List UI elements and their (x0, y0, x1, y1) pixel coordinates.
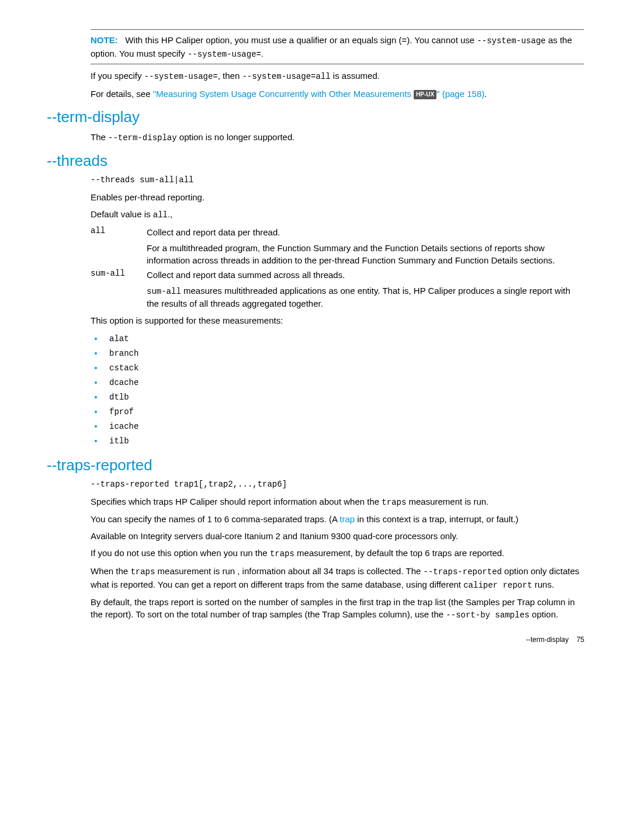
traps-p2: You can specify the names of 1 to 6 comm… (91, 513, 584, 525)
details-line: For details, see "Measuring System Usage… (91, 88, 584, 100)
term-display-text: The --term-display option is no longer s… (91, 131, 584, 144)
term-display-b: option is no longer supported. (177, 132, 295, 142)
note-block: NOTE: With this HP Caliper option, you m… (91, 34, 584, 60)
traps-p4-b: measurement, by default the top 6 traps … (294, 548, 504, 558)
traps-p2-b: in this context is a trap, interrupt, or… (355, 514, 518, 524)
traps-p5-code2: --traps-reported (424, 567, 502, 577)
traps-p5: When the traps measurement is run , info… (91, 565, 584, 591)
dd-all-1: Collect and report data per thread. (147, 226, 584, 238)
footer-page: 75 (577, 636, 584, 644)
spec-code1: --system-usage= (144, 72, 218, 81)
dd-all: Collect and report data per thread. For … (147, 226, 584, 266)
dd-sum-all-2-a: measures multithreaded applications as o… (147, 286, 570, 309)
note-text-c: . (261, 48, 264, 58)
divider-bottom (91, 64, 584, 65)
details-a: For details, see (91, 89, 153, 99)
list-item: dtlb (103, 390, 584, 404)
spec-line: If you specify --system-usage=, then --s… (91, 70, 584, 83)
details-c: . (484, 89, 487, 99)
list-item: icache (103, 419, 584, 433)
term-display-a: The (91, 132, 108, 142)
trap-link[interactable]: trap (339, 514, 355, 524)
list-item: cstack (103, 360, 584, 375)
traps-p1: Specifies which traps HP Caliper should … (91, 495, 584, 509)
threads-default-b: ., (168, 209, 172, 219)
traps-p5-b: measurement is run , information about a… (155, 566, 423, 576)
traps-p6-code: --sort-by samples (446, 610, 529, 620)
traps-p4: If you do not use this option when you r… (91, 547, 584, 560)
threads-supported-intro: This option is supported for these measu… (91, 314, 584, 327)
heading-term-display: --term-display (47, 108, 584, 126)
divider-top (91, 29, 584, 30)
traps-p5-d: runs. (532, 579, 554, 589)
dd-sum-all-2: sum-all measures multithreaded applicati… (147, 284, 584, 310)
dt-all: all (91, 226, 143, 266)
spec-a: If you specify (91, 71, 144, 81)
note-code1: --system-usage (477, 36, 546, 46)
traps-p6-b: option. (529, 609, 558, 619)
footer-section: --term-display (526, 636, 568, 644)
heading-threads: --threads (47, 152, 584, 170)
note-code2: --system-usage= (188, 50, 261, 59)
traps-syntax: --traps-reported trap1[,trap2,...,trap6] (91, 479, 584, 491)
note-text-a: With this HP Caliper option, you must us… (125, 35, 477, 45)
list-item: itlb (103, 433, 584, 448)
dd-all-2: For a multithreaded program, the Functio… (147, 242, 584, 266)
traps-p1-b: measurement is run. (406, 497, 488, 506)
traps-p5-a: When the (91, 566, 130, 576)
dd-sum-all-2-code: sum-all (147, 287, 181, 296)
list-item: alat (103, 331, 584, 346)
traps-p1-a: Specifies which traps HP Caliper should … (91, 497, 382, 506)
list-item: dcache (103, 375, 584, 390)
threads-default: Default value is all., (91, 208, 584, 221)
traps-p5-code1: traps (130, 567, 155, 577)
threads-definitions: all Collect and report data per thread. … (91, 226, 584, 310)
threads-measurements-list: alatbranchcstackdcachedtlbfproficacheitl… (91, 331, 584, 448)
dt-sum-all: sum-all (91, 269, 143, 310)
traps-p3: Available on Integrity servers dual-core… (91, 530, 584, 542)
traps-p1-code: traps (382, 498, 406, 507)
list-item: fprof (103, 404, 584, 419)
traps-p4-a: If you do not use this option when you r… (91, 548, 270, 558)
threads-syntax: --threads sum-all|all (91, 175, 584, 186)
page-footer: --term-display 75 (47, 636, 584, 644)
traps-p2-a: You can specify the names of 1 to 6 comm… (91, 514, 339, 524)
spec-b: , then (218, 71, 242, 81)
heading-traps-reported: --traps-reported (47, 456, 584, 474)
threads-default-code: all (153, 210, 168, 220)
traps-p5-code3: caliper report (463, 581, 532, 590)
dd-sum-all-1: Collect and report data summed across al… (147, 269, 584, 281)
details-link[interactable]: "Measuring System Usage Concurrently wit… (153, 89, 485, 99)
list-item: branch (103, 346, 584, 360)
traps-p6: By default, the traps report is sorted o… (91, 596, 584, 622)
term-display-code: --term-display (108, 133, 177, 143)
dd-sum-all: Collect and report data summed across al… (147, 269, 584, 310)
spec-code2: --system-usage=all (242, 72, 330, 81)
spec-c: is assumed. (331, 71, 380, 81)
threads-enables: Enables per-thread reporting. (91, 191, 584, 203)
traps-p4-code: traps (270, 549, 294, 558)
threads-default-a: Default value is (91, 209, 153, 219)
note-label: NOTE: (91, 35, 118, 45)
hpux-badge-icon: HP-UX (414, 90, 436, 99)
